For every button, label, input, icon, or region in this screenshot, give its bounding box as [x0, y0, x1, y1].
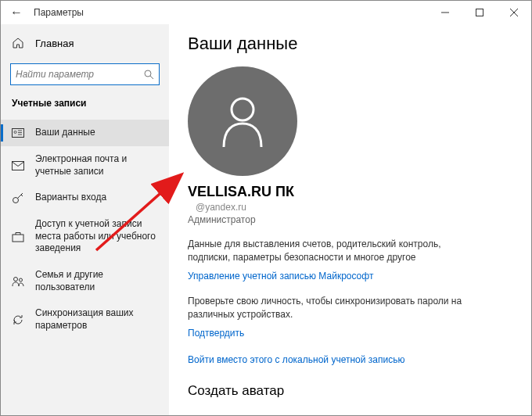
sidebar-item-sync[interactable]: Синхронизация ваших параметров: [1, 300, 169, 339]
svg-point-12: [13, 198, 19, 203]
person-icon: [219, 94, 266, 149]
minimize-icon: [441, 9, 449, 16]
search-icon: [144, 70, 154, 80]
sidebar-item-label: Семья и другие пользователи: [35, 269, 158, 293]
verify-text: Проверьте свою личность, чтобы синхрониз…: [188, 295, 485, 322]
maximize-icon: [476, 9, 483, 16]
svg-rect-15: [13, 235, 23, 242]
mail-icon: [12, 160, 24, 172]
local-login-link[interactable]: Войти вместо этого с локальной учетной з…: [188, 354, 404, 365]
sidebar-item-label: Варианты входа: [35, 192, 158, 204]
account-role: Администратор: [188, 214, 512, 225]
verify-link[interactable]: Подтвердить: [188, 328, 244, 339]
window-title: Параметры: [34, 7, 84, 18]
sidebar: Главная Учетные записи Ваши данные Э: [1, 24, 169, 415]
back-button[interactable]: ←: [10, 5, 23, 20]
svg-point-18: [232, 99, 253, 120]
sync-icon: [12, 314, 24, 326]
category-header: Учетные записи: [1, 98, 169, 109]
id-card-icon: [12, 127, 24, 139]
home-icon: [12, 37, 24, 49]
svg-point-17: [20, 278, 23, 282]
svg-point-16: [14, 277, 18, 281]
svg-line-14: [21, 195, 23, 196]
people-icon: [12, 275, 24, 288]
camera-option[interactable]: Камера: [188, 410, 512, 415]
manage-account-link[interactable]: Управление учетной записью Майкрософт: [188, 271, 373, 282]
key-icon: [12, 192, 24, 204]
billing-text: Данные для выставления счетов, родительс…: [188, 238, 485, 265]
avatar-section-heading: Создать аватар: [188, 383, 512, 399]
search-box[interactable]: [10, 63, 160, 85]
svg-point-7: [14, 131, 16, 134]
titlebar: ← Параметры: [1, 1, 531, 24]
briefcase-icon: [12, 231, 24, 243]
main-content: Ваши данные VELLISA.RU ПК @yandex.ru Адм…: [169, 24, 531, 415]
search-input[interactable]: [16, 69, 144, 80]
sidebar-item-label: Электронная почта и учетные записи: [35, 153, 158, 178]
home-link[interactable]: Главная: [1, 32, 169, 54]
sidebar-item-work-access[interactable]: Доступ к учетной записи места работы или…: [1, 211, 169, 262]
account-name: VELLISA.RU ПК: [188, 184, 512, 200]
sidebar-item-signin-options[interactable]: Варианты входа: [1, 185, 169, 211]
sidebar-item-family[interactable]: Семья и другие пользователи: [1, 262, 169, 300]
sidebar-item-email-accounts[interactable]: Электронная почта и учетные записи: [1, 146, 169, 185]
svg-rect-6: [13, 129, 24, 138]
sidebar-item-your-info[interactable]: Ваши данные: [1, 120, 169, 146]
page-title: Ваши данные: [188, 34, 512, 54]
account-email: @yandex.ru: [196, 202, 512, 213]
home-label: Главная: [35, 38, 74, 49]
svg-rect-1: [476, 9, 483, 16]
close-icon: [510, 9, 518, 16]
maximize-button[interactable]: [462, 1, 497, 24]
avatar: [188, 66, 297, 176]
svg-point-4: [145, 70, 151, 77]
close-button[interactable]: [497, 1, 531, 24]
sidebar-item-label: Синхронизация ваших параметров: [35, 307, 158, 332]
svg-line-5: [150, 76, 153, 79]
minimize-button[interactable]: [428, 1, 462, 24]
sidebar-item-label: Доступ к учетной записи места работы или…: [35, 218, 158, 255]
sidebar-item-label: Ваши данные: [35, 127, 158, 139]
